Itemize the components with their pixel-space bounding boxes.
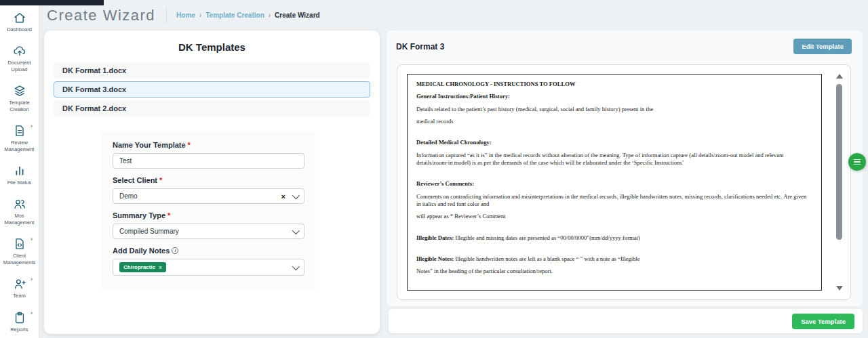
- submenu-chevron-icon: ›: [31, 123, 33, 129]
- document-scrollbar[interactable]: [834, 74, 844, 291]
- template-form: Name Your Template * Test Select Client …: [102, 131, 315, 289]
- sidebar-item-dashboard[interactable]: Dashboard: [1, 11, 37, 33]
- sidebar-item-label: Team: [13, 293, 25, 299]
- bar-chart-icon: [13, 164, 26, 177]
- select-client-label: Select Client *: [113, 176, 304, 184]
- required-marker: *: [188, 141, 191, 149]
- paragraph-spacer: [416, 130, 812, 139]
- summary-type-label: Summary Type *: [113, 211, 304, 219]
- page-header: Create Wizard Home›Template Creation›Cre…: [39, 0, 868, 30]
- summary-type-value: Compiled Summary: [119, 228, 179, 235]
- chevron-down-icon: [292, 191, 300, 198]
- page-title: Create Wizard: [47, 7, 155, 24]
- sidebar: DashboardDocument UploadTemplate Creatio…: [0, 0, 39, 338]
- breadcrumb-separator-icon: ›: [269, 12, 271, 19]
- sidebar-item-label: Client Managements: [1, 253, 37, 266]
- document-paragraph: Illegible Dates: Illegible and missing d…: [416, 234, 812, 242]
- template-list-item[interactable]: DK Format 2.docx: [54, 100, 370, 117]
- header-divider: [166, 7, 167, 24]
- templates-title: DK Templates: [54, 41, 370, 53]
- document-icon: [13, 124, 26, 138]
- breadcrumb: Home›Template Creation›Create Wizard: [176, 12, 320, 19]
- template-list: DK Format 1.docxDK Format 3.docxDK Forma…: [54, 62, 370, 117]
- document-preview-card: MEDICAL CHRONOLOGY - INSTRUCTIONS TO FOL…: [397, 64, 851, 300]
- document-paragraph: Comments on contradicting information an…: [416, 193, 812, 209]
- sidebar-item-file-status[interactable]: File Status: [1, 164, 37, 186]
- preview-title: DK Format 3: [396, 42, 444, 51]
- layers-icon: [13, 84, 26, 98]
- hamburger-icon: [854, 159, 861, 161]
- breadcrumb-link-template-creation[interactable]: Template Creation: [205, 12, 264, 19]
- submenu-chevron-icon: ›: [31, 310, 33, 316]
- paragraph-spacer: [416, 247, 812, 255]
- client-select[interactable]: Demo ×: [113, 188, 304, 204]
- sidebar-item-review-management[interactable]: Review Management›: [1, 124, 37, 152]
- document-paragraph: will appear as * Reviewer’s Comment: [416, 213, 812, 220]
- paragraph-spacer: [416, 171, 812, 180]
- users-icon: [13, 197, 26, 211]
- sidebar-item-reports[interactable]: Reports›: [1, 311, 37, 333]
- document-paragraph: medical records: [416, 118, 812, 125]
- sidebar-item-client-managements[interactable]: Client Managements›: [1, 237, 37, 266]
- document-paragraph: Information captured “as it is” in the m…: [416, 152, 812, 167]
- document-paragraph: Notes” in the heading of the particular …: [416, 268, 812, 275]
- chevron-down-icon: [292, 226, 300, 234]
- template-name-input[interactable]: Test: [113, 153, 304, 169]
- sidebar-item-label: Template Creation: [1, 100, 37, 112]
- breadcrumb-link-create-wizard: Create Wizard: [275, 12, 320, 19]
- required-marker: *: [159, 176, 162, 184]
- file-code-icon: [13, 237, 26, 251]
- clear-selection-icon[interactable]: ×: [281, 192, 285, 200]
- summary-type-select[interactable]: Compiled Summary: [113, 224, 304, 239]
- document-paragraph: General Instructions:Patient History:: [416, 93, 812, 100]
- sidebar-item-label: Document Upload: [1, 60, 37, 72]
- preview-panel: DK Format 3 Edit Template MEDICAL CHRONO…: [387, 30, 863, 306]
- scroll-down-icon[interactable]: [836, 286, 843, 291]
- edit-template-button[interactable]: Edit Template: [793, 39, 852, 54]
- cloud-upload-icon: [13, 44, 26, 58]
- document-paragraph: MEDICAL CHRONOLOGY - INSTRUCTIONS TO FOL…: [416, 81, 812, 88]
- sidebar-item-team[interactable]: Team›: [1, 277, 37, 299]
- scrollbar-track[interactable]: [834, 81, 844, 283]
- client-select-value: Demo: [119, 192, 138, 200]
- document-paragraph: Reviewer’s Comments:: [416, 180, 812, 188]
- document-page: MEDICAL CHRONOLOGY - INSTRUCTIONS TO FOL…: [407, 74, 822, 291]
- user-plus-icon: [13, 277, 26, 291]
- required-marker: *: [167, 211, 170, 219]
- sidebar-item-document-upload[interactable]: Document Upload: [1, 44, 37, 72]
- chevron-down-icon: [292, 262, 300, 270]
- paragraph-spacer: [416, 226, 812, 234]
- daily-notes-multiselect[interactable]: Chiropractic x: [113, 259, 304, 276]
- submenu-chevron-icon: ›: [31, 276, 33, 282]
- sidebar-item-label: Mos Management: [1, 213, 37, 226]
- save-template-button[interactable]: Save Template: [792, 314, 854, 329]
- scrollbar-thumb[interactable]: [836, 84, 842, 240]
- top-dark-strip: [0, 0, 104, 5]
- sidebar-item-label: Review Management: [1, 140, 37, 152]
- submenu-chevron-icon: ›: [31, 236, 33, 242]
- breadcrumb-separator-icon: ›: [199, 12, 201, 19]
- sidebar-item-mos-management[interactable]: Mos Management: [1, 197, 37, 226]
- preview-footer: Save Template: [389, 309, 863, 333]
- menu-fab[interactable]: [848, 153, 866, 171]
- home-icon: [13, 11, 26, 24]
- daily-notes-label: Add Daily Notes i: [113, 247, 304, 255]
- breadcrumb-link-home[interactable]: Home: [176, 12, 195, 19]
- daily-notes-chip: Chiropractic x: [119, 262, 166, 272]
- sidebar-item-label: Dashboard: [7, 26, 32, 33]
- info-icon[interactable]: i: [172, 247, 178, 254]
- document-paragraph: Illegible Notes: Illegible handwritten n…: [416, 255, 812, 263]
- document-paragraph: Detailed Medical Chronology:: [416, 139, 812, 146]
- chip-remove-icon[interactable]: x: [159, 264, 161, 270]
- document-paragraph: Details related to the patient’s past hi…: [416, 106, 812, 113]
- scroll-up-icon[interactable]: [836, 74, 843, 79]
- sidebar-item-label: File Status: [7, 179, 31, 186]
- clipboard-icon: [13, 311, 26, 324]
- sidebar-item-template-creation[interactable]: Template Creation: [1, 84, 37, 112]
- templates-panel: DK Templates DK Format 1.docxDK Format 3…: [44, 30, 380, 334]
- sidebar-item-label: Reports: [10, 326, 28, 333]
- template-list-item[interactable]: DK Format 1.docx: [54, 62, 370, 79]
- name-template-label: Name Your Template *: [113, 141, 304, 149]
- template-list-item[interactable]: DK Format 3.docx: [54, 81, 370, 98]
